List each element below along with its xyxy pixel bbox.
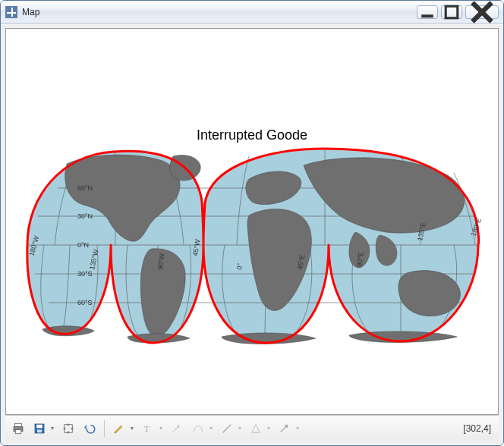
- shape-dropdown[interactable]: ▾: [295, 425, 301, 432]
- maximize-button[interactable]: [441, 5, 462, 19]
- line-icon: [220, 422, 234, 435]
- fit-button[interactable]: [58, 419, 78, 438]
- lat-label-60s: 60°S: [77, 299, 93, 306]
- svg-rect-9: [15, 423, 22, 427]
- text-dropdown[interactable]: ▾: [158, 425, 164, 432]
- edit-button[interactable]: [109, 419, 129, 438]
- text-icon: T: [141, 422, 155, 435]
- svg-rect-1: [446, 6, 458, 18]
- toolbar: ▾ ▾ T ▾ ▾: [5, 415, 499, 441]
- svg-rect-11: [15, 429, 21, 433]
- arrow-icon: [170, 422, 184, 435]
- curve-dropdown[interactable]: ▾: [208, 425, 214, 432]
- map-canvas[interactable]: Interrupted Goode: [5, 28, 499, 415]
- svg-rect-15: [65, 424, 73, 432]
- marker-dropdown[interactable]: ▾: [266, 425, 272, 432]
- arrow-tool-button[interactable]: [167, 419, 187, 438]
- marker-tool-button[interactable]: [246, 419, 266, 438]
- map-svg: 30°N 60°N 0°N 30°S 60°S 135°W 90°W 45°W …: [21, 143, 484, 355]
- save-dropdown[interactable]: ▾: [49, 425, 55, 432]
- fit-icon: [61, 422, 75, 435]
- save-icon: [33, 422, 46, 435]
- lat-label-30n: 30°N: [77, 212, 93, 220]
- curve-tool-button[interactable]: [188, 419, 208, 438]
- line-tool-button[interactable]: [217, 419, 237, 438]
- window-title: Map: [22, 7, 39, 17]
- lat-label-0: 0°N: [77, 241, 89, 249]
- minimize-button[interactable]: [417, 5, 438, 19]
- print-button[interactable]: [8, 419, 28, 438]
- client-area: Interrupted Goode: [1, 24, 503, 445]
- lat-label-30s: 30°S: [77, 270, 93, 278]
- lat-label-60n: 60°N: [77, 184, 93, 192]
- undo-button[interactable]: [80, 419, 99, 438]
- shape-arrow-icon: [278, 422, 291, 435]
- cursor-coordinates: [302,4]: [463, 423, 496, 434]
- undo-icon: [83, 422, 96, 435]
- app-window: Map Interrupted Goode: [0, 0, 504, 446]
- svg-rect-13: [36, 424, 43, 428]
- shape-tool-button[interactable]: [275, 419, 295, 438]
- edit-dropdown[interactable]: ▾: [129, 425, 135, 432]
- svg-rect-14: [37, 429, 42, 432]
- map-title: Interrupted Goode: [6, 127, 498, 143]
- window-controls: [417, 5, 499, 19]
- app-icon: [5, 6, 17, 18]
- triangle-icon: [249, 422, 263, 435]
- pencil-icon: [112, 422, 126, 435]
- titlebar: Map: [1, 1, 503, 24]
- text-tool-button[interactable]: T: [138, 419, 158, 438]
- svg-text:T: T: [144, 423, 150, 434]
- line-dropdown[interactable]: ▾: [237, 425, 243, 432]
- print-icon: [11, 422, 25, 435]
- svg-line-17: [223, 424, 232, 432]
- toolbar-separator: [104, 420, 105, 437]
- curve-icon: [191, 422, 205, 435]
- save-button[interactable]: [30, 419, 49, 438]
- close-button[interactable]: [465, 5, 499, 19]
